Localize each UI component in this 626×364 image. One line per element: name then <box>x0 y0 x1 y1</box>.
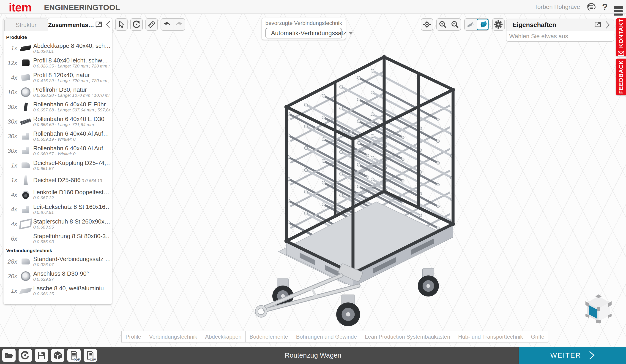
part-row[interactable]: 30x Rollenbahn 6 40x40 Al Auf… 0.0.660.5… <box>5 143 110 158</box>
feedback-tab[interactable]: FEEDBACK <box>616 59 626 95</box>
part-qty: 6x <box>5 235 19 242</box>
part-name: Standard-Verbindungssatz … <box>33 256 110 263</box>
part-row[interactable]: 6x Stapelführung 8 St 80x80-3… 0.0.686.9… <box>5 231 110 246</box>
rotate-tool-button[interactable] <box>130 18 143 31</box>
part-row[interactable]: 1x Abdeckkappe 8 40x40, sch… 0.0.026.01 <box>5 41 110 56</box>
category-tab[interactable]: Verbindungstechnik <box>145 331 201 342</box>
category-tab[interactable]: Lean Production Systembaukasten <box>361 331 454 342</box>
parts-panel: Struktur Zusammenfas… Produkte 1x <box>3 18 112 304</box>
app: item ENGINEERINGTOOL Torben Hohgräve ? S… <box>0 0 626 364</box>
category-tab[interactable]: Bodenelemente <box>245 331 292 342</box>
part-sub: 0.0.629.97 <box>33 277 54 282</box>
model-3d[interactable] <box>243 39 472 331</box>
csv-label: CSV <box>90 358 96 361</box>
part-row[interactable]: 1x Deichsel D25-686 0.0.664.13 <box>5 173 110 187</box>
pdf-label: PDF <box>74 358 80 361</box>
tab-struktur[interactable]: Struktur <box>4 19 48 31</box>
part-sub: 0.0.683.95 <box>33 225 54 230</box>
zoom-out-button[interactable] <box>449 19 461 30</box>
restore-button[interactable] <box>19 349 32 362</box>
connection-label: bevorzugte Verbindungstechnik <box>262 20 346 26</box>
connection-select[interactable]: Automatik-Verbindungssatz <box>266 28 342 38</box>
properties-collapse-button[interactable] <box>605 21 610 29</box>
transparent-view-button[interactable] <box>465 19 477 30</box>
properties-panel: Eigenschaften Wählen Sie etwas aus <box>506 19 614 42</box>
properties-popout-button[interactable] <box>593 21 601 29</box>
part-row[interactable]: 30x Rollenbahn 6 40x40 Al Auf… 0.0.659.1… <box>5 129 110 143</box>
category-tab[interactable]: Profile <box>121 331 145 342</box>
part-qty: 1x <box>5 45 19 52</box>
part-thumbnail <box>19 189 32 200</box>
chevron-right-icon <box>589 351 595 360</box>
redo-button[interactable] <box>173 19 185 30</box>
part-row[interactable]: 10x Profilrohr D30, natur 0.0.628.28 - L… <box>5 85 110 99</box>
part-name: Rollenbahn 6 40x40 Al Auf… <box>33 145 109 152</box>
view-cube[interactable] <box>584 293 613 325</box>
undo-redo-group <box>160 18 185 31</box>
kontakt-label: KONTAKT <box>618 19 625 48</box>
focus-button[interactable] <box>421 18 433 31</box>
history-button[interactable] <box>586 2 596 12</box>
save-icon <box>37 351 45 360</box>
part-thumbnail <box>19 72 32 83</box>
part-qty: 4x <box>5 74 19 81</box>
popout-icon <box>94 21 102 29</box>
part-sub: 0.0.659.19 - Winkel: 0 <box>33 137 76 142</box>
part-sub: 0.0.657.88 - Länge: 597,64 mm ; 597,64 m… <box>33 107 110 112</box>
save-button[interactable] <box>35 349 48 362</box>
panel-collapse-button[interactable] <box>105 21 111 29</box>
part-row[interactable]: 30x Rollenbahn 6 40x40 E D30 0.0.658.69 … <box>5 114 110 129</box>
part-row[interactable]: 4x Lenkrolle D160 Doppelfest… 0.0.667.32 <box>5 187 110 202</box>
part-row[interactable]: 30x Rollenbahn 6 40x40 E Führ… 0.0.657.8… <box>5 99 110 114</box>
part-row[interactable]: 4x Staplerschuh 8 St 260x90x… 0.0.683.95 <box>5 217 110 231</box>
next-button[interactable]: WEITER <box>519 347 626 364</box>
measure-tool-button[interactable] <box>146 18 158 31</box>
part-row[interactable]: 4x Profil 8 120x40, natur 0.0.416.29 - L… <box>5 70 110 85</box>
part-name: Deichsel D25-686 <box>33 177 81 183</box>
select-tool-button[interactable] <box>115 18 128 31</box>
export-csv-button[interactable]: CSV <box>84 349 97 362</box>
category-tab[interactable]: Abdeckkappen <box>201 331 246 342</box>
part-row[interactable]: 4x Leit-Eckschutz 8 St 160x16… 0.0.672.9… <box>5 202 110 217</box>
item-logo[interactable]: item <box>9 0 31 14</box>
help-button[interactable]: ? <box>602 2 608 12</box>
part-row[interactable]: 1x Deichsel-Kupplung D25-74,… 0.0.661.87 <box>5 158 110 173</box>
part-qty: 30x <box>5 103 19 110</box>
ruler-icon <box>148 20 156 29</box>
category-tab[interactable]: Bohrungen und Gewinde <box>292 331 361 342</box>
open-project-button[interactable] <box>2 349 16 362</box>
category-tab-label: Hub- und Transporttechnik <box>458 333 523 340</box>
panel-popout-button[interactable] <box>94 21 102 29</box>
history-icon <box>586 2 596 12</box>
export-pdf-button[interactable]: PDF <box>67 349 81 362</box>
part-qty: 30x <box>5 133 19 140</box>
app-title: ENGINEERINGTOOL <box>44 3 120 12</box>
undo-button[interactable] <box>161 19 173 30</box>
panel-tabs: Struktur Zusammenfas… <box>3 18 112 31</box>
part-row[interactable]: 12x Profil 8 40x40 leicht, schw… 0.0.026… <box>5 56 110 70</box>
chevron-down-icon <box>349 32 353 34</box>
part-name: Abdeckkappe 8 40x40, sch… <box>33 43 110 49</box>
kontakt-tab[interactable]: KONTAKT <box>616 18 626 56</box>
part-name: Stapelführung 8 St 80x80-3… <box>33 233 110 239</box>
settings-button[interactable] <box>492 18 505 31</box>
part-row[interactable]: 20x Anschluss 8 D30-90° 0.0.629.97 <box>5 269 110 283</box>
category-tab[interactable]: Griffe <box>527 331 548 342</box>
part-sub: 0.0.664.13 <box>81 178 102 183</box>
zoom-in-icon <box>439 21 447 28</box>
tab-zusammenfassung[interactable]: Zusammenfas… <box>48 18 94 32</box>
viewport-toolbar <box>115 18 185 31</box>
category-tab[interactable]: Hub- und Transporttechnik <box>454 331 527 342</box>
part-name: Deichsel-Kupplung D25-74,… <box>33 160 110 166</box>
part-row[interactable]: 28x Standard-Verbindungssatz … 0.0.026.0… <box>5 254 110 269</box>
solid-view-button[interactable] <box>477 19 489 30</box>
menu-button[interactable] <box>614 5 623 9</box>
export-3d-button[interactable] <box>51 349 64 362</box>
part-qty: 10x <box>5 89 19 96</box>
chevron-left-icon <box>105 21 111 29</box>
part-sub: 0.0.026.07 <box>33 262 54 267</box>
zoom-in-button[interactable] <box>437 19 449 30</box>
part-qty: 1x <box>5 287 19 295</box>
part-row[interactable]: 1x Lasche 8 40, weißaluminiu… 0.0.666.35 <box>5 283 110 298</box>
display-mode-group <box>464 18 489 31</box>
